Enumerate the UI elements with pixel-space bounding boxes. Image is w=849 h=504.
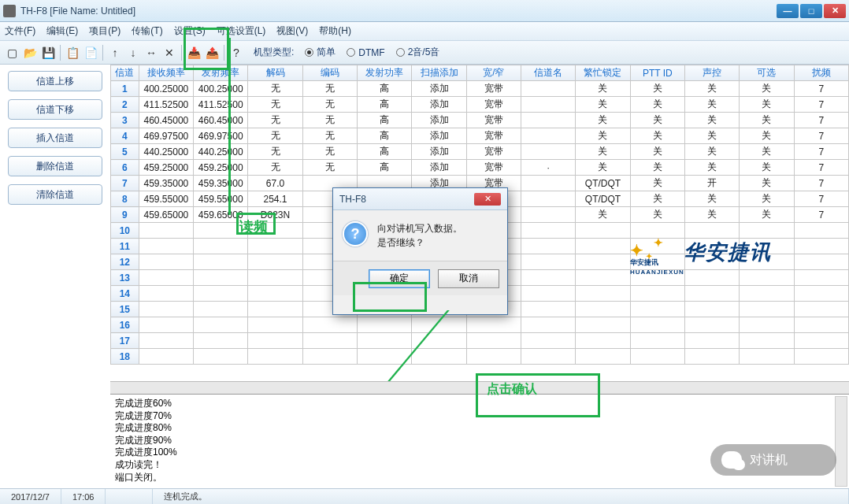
cell[interactable]: 459.25000 [194, 160, 248, 176]
paste-icon[interactable]: 📄 [82, 44, 99, 61]
cell[interactable]: 添加 [412, 128, 466, 144]
cell[interactable] [576, 317, 630, 333]
col-header[interactable]: 发射功率 [358, 65, 412, 81]
cell[interactable]: QT/DQT [576, 176, 630, 191]
cell[interactable]: 关 [684, 207, 739, 223]
cell[interactable]: · [521, 160, 576, 176]
cell[interactable] [740, 333, 794, 349]
cell[interactable] [794, 333, 848, 349]
cell[interactable]: 关 [740, 191, 794, 207]
cell[interactable]: 关 [684, 191, 739, 207]
cell[interactable] [139, 270, 193, 286]
cell[interactable] [248, 333, 302, 349]
cell[interactable]: 高 [358, 97, 412, 113]
cell[interactable]: 关 [740, 113, 794, 128]
cell[interactable]: 7 [794, 144, 848, 160]
radio-dtmf[interactable]: DTMF [347, 47, 384, 58]
table-row[interactable]: 3460.45000460.45000无无高添加宽带关关关关7 [111, 113, 849, 128]
cell[interactable] [248, 349, 302, 365]
cell[interactable]: 宽带 [466, 160, 521, 176]
cell[interactable] [521, 333, 576, 349]
table-row[interactable]: 6459.25000459.25000无无高添加宽带·关关关关7 [111, 160, 849, 176]
cell[interactable]: 关 [684, 160, 739, 176]
cell[interactable]: 关 [630, 160, 684, 176]
cell[interactable]: 7 [794, 81, 848, 97]
cell[interactable]: 宽带 [466, 128, 521, 144]
cell[interactable] [194, 349, 248, 365]
cell[interactable] [521, 317, 576, 333]
cell[interactable]: 关 [684, 113, 739, 128]
cell[interactable] [630, 349, 684, 365]
cell[interactable]: 460.45000 [139, 113, 193, 128]
cell[interactable]: 400.25000 [139, 81, 193, 97]
cell[interactable]: 459.35000 [194, 176, 248, 191]
cell[interactable]: 关 [576, 97, 630, 113]
cell[interactable]: 440.25000 [139, 144, 193, 160]
delete-icon[interactable]: ✕ [161, 44, 178, 61]
cell[interactable] [684, 270, 739, 286]
cell[interactable]: 411.52500 [194, 97, 248, 113]
col-header[interactable]: 扰频 [794, 65, 848, 81]
cell[interactable]: 关 [576, 128, 630, 144]
cell[interactable] [194, 333, 248, 349]
cell[interactable] [684, 333, 739, 349]
cell[interactable] [576, 254, 630, 270]
col-header[interactable]: 宽/窄 [466, 65, 521, 81]
menu-settings[interactable]: 设置(S) [174, 24, 206, 38]
cell[interactable]: 添加 [412, 144, 466, 160]
cell[interactable]: 400.25000 [194, 81, 248, 97]
left-icon[interactable]: ↔ [143, 44, 160, 61]
cell[interactable]: 无 [302, 97, 357, 113]
cell[interactable]: 无 [248, 160, 302, 176]
up-icon[interactable]: ↑ [106, 44, 124, 61]
maximize-button[interactable]: □ [800, 4, 822, 18]
cell[interactable] [521, 302, 576, 317]
read-icon[interactable]: 📥 [185, 44, 202, 61]
cell[interactable] [740, 270, 794, 286]
cell[interactable] [740, 302, 794, 317]
cell[interactable]: 469.97500 [139, 128, 193, 144]
cell[interactable]: 高 [358, 81, 412, 97]
cell[interactable] [302, 317, 357, 333]
cell[interactable] [139, 254, 193, 270]
horizontal-scrollbar[interactable] [110, 381, 849, 394]
cell[interactable] [139, 239, 193, 254]
cell[interactable]: 关 [740, 128, 794, 144]
cell[interactable]: 关 [630, 191, 684, 207]
col-header[interactable]: 接收频率 [139, 65, 193, 81]
cell[interactable]: 254.1 [248, 191, 302, 207]
cell[interactable] [194, 270, 248, 286]
cell[interactable] [521, 223, 576, 239]
col-header[interactable]: 声控 [684, 65, 739, 81]
cell[interactable] [302, 349, 357, 365]
cell[interactable] [248, 317, 302, 333]
cell[interactable]: 高 [358, 113, 412, 128]
col-header[interactable]: 信道名 [521, 65, 576, 81]
cell[interactable]: 关 [684, 97, 739, 113]
cell[interactable]: 宽带 [466, 113, 521, 128]
cell[interactable] [194, 317, 248, 333]
cell[interactable]: 459.35000 [139, 176, 193, 191]
cell[interactable] [794, 270, 848, 286]
cell[interactable]: 关 [576, 207, 630, 223]
col-header[interactable]: PTT ID [630, 65, 684, 81]
close-button[interactable]: ✕ [824, 4, 846, 18]
copy-icon[interactable]: 📋 [64, 44, 81, 61]
cell[interactable] [684, 302, 739, 317]
cell[interactable]: 关 [630, 144, 684, 160]
cancel-button[interactable]: 取消 [438, 269, 499, 288]
menu-edit[interactable]: 编辑(E) [46, 24, 78, 38]
cell[interactable]: 关 [630, 207, 684, 223]
cell[interactable] [521, 128, 576, 144]
new-icon[interactable]: ▢ [3, 44, 20, 61]
cell[interactable]: 关 [576, 160, 630, 176]
cell[interactable] [194, 302, 248, 317]
cell[interactable]: 开 [684, 176, 739, 191]
cell[interactable]: 添加 [412, 97, 466, 113]
cell[interactable] [576, 223, 630, 239]
cell[interactable]: 459.25000 [139, 160, 193, 176]
col-header[interactable]: 信道 [111, 65, 139, 81]
cell[interactable] [248, 302, 302, 317]
cell[interactable]: 添加 [412, 160, 466, 176]
table-row[interactable]: 1400.25000400.25000无无高添加宽带关关关关7 [111, 81, 849, 97]
